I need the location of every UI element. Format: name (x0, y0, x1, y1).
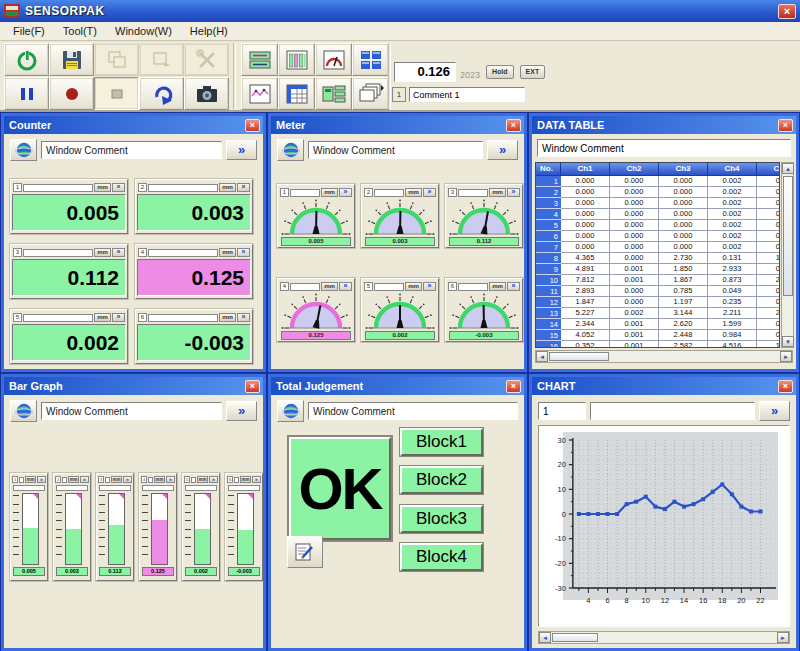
channel-comment-field[interactable] (56, 485, 88, 491)
edit-judgement-button[interactable] (287, 536, 323, 568)
cell-expand-button[interactable]: » (507, 282, 520, 291)
channel-select-field[interactable] (538, 402, 586, 420)
close-icon[interactable]: × (506, 380, 521, 393)
scroll-down-icon[interactable]: ▼ (782, 336, 794, 347)
cell-expand-button[interactable]: » (339, 188, 352, 197)
judgement-window-button[interactable] (315, 77, 352, 110)
scroll-thumb[interactable] (783, 176, 793, 296)
chart-comment-input[interactable] (590, 402, 755, 420)
channel-comment-field[interactable] (99, 485, 131, 491)
cell-expand-button[interactable]: » (237, 183, 250, 192)
cell-expand-button[interactable]: » (423, 282, 436, 291)
cell-expand-button[interactable]: » (252, 476, 261, 483)
scroll-up-icon[interactable]: ▲ (782, 163, 794, 174)
window-comment-input[interactable] (308, 141, 483, 159)
channel-comment-field[interactable] (185, 485, 217, 491)
data-table-window-button[interactable] (278, 77, 315, 110)
channel-comment-field[interactable] (228, 485, 260, 491)
channel-comment-field[interactable] (458, 189, 488, 197)
close-icon[interactable]: × (778, 119, 793, 132)
expand-button[interactable]: » (759, 401, 790, 421)
table-row[interactable]: 8 4.3650.0002.7300.1311.0 (536, 253, 779, 264)
scroll-right-icon[interactable]: ► (777, 632, 789, 643)
meter-window-button[interactable] (315, 43, 352, 76)
record-button[interactable] (49, 77, 94, 110)
table-row[interactable]: 2 0.0000.0000.0000.0020.0 (536, 187, 779, 198)
cell-expand-button[interactable]: » (237, 313, 250, 322)
table-row[interactable]: 4 0.0000.0000.0000.0020.0 (536, 209, 779, 220)
meter-window-titlebar[interactable]: Meter × (271, 116, 524, 134)
cell-expand-button[interactable]: » (112, 248, 125, 257)
cell-expand-button[interactable]: » (423, 188, 436, 197)
table-row[interactable]: 16 0.3520.0012.5824.5161.0 (536, 341, 779, 348)
expand-button[interactable]: » (226, 401, 257, 421)
chart-horizontal-scrollbar[interactable]: ◄ ► (538, 631, 790, 644)
bar-graph-window-titlebar[interactable]: Bar Graph × (4, 377, 263, 395)
snapshot-button[interactable] (184, 77, 229, 110)
cell-expand-button[interactable]: » (112, 313, 125, 322)
cell-expand-button[interactable]: » (237, 248, 250, 257)
column-header[interactable]: Ch5 (757, 163, 780, 176)
channel-comment-field[interactable] (290, 189, 320, 197)
column-header[interactable]: Ch3 (659, 163, 708, 176)
table-row[interactable]: 5 0.0000.0000.0000.0020.0 (536, 220, 779, 231)
column-header[interactable]: Ch2 (610, 163, 659, 176)
power-button[interactable] (4, 43, 49, 76)
channel-comment-field[interactable] (148, 477, 153, 483)
column-header[interactable]: No. (536, 163, 561, 176)
channel-comment-field[interactable] (23, 184, 93, 192)
table-row[interactable]: 10 7.8120.0011.8670.8732.4 (536, 275, 779, 286)
channel-comment-field[interactable] (148, 184, 218, 192)
channel-comment-field[interactable] (23, 314, 93, 322)
channel-comment-field[interactable] (19, 477, 24, 483)
channel-comment-field[interactable] (62, 477, 67, 483)
column-header[interactable]: Ch4 (708, 163, 757, 176)
chart-window-titlebar[interactable]: CHART × (532, 377, 796, 395)
globe-button[interactable] (277, 139, 304, 161)
counter-window-titlebar[interactable]: Counter × (4, 116, 263, 134)
expand-button[interactable]: » (226, 140, 257, 160)
channel-comment-field[interactable] (105, 477, 110, 483)
ext-button[interactable]: EXT (520, 65, 546, 79)
channel-comment-field[interactable] (234, 477, 239, 483)
channel-comment-field[interactable] (142, 485, 174, 491)
table-row[interactable]: 9 4.8910.0011.8502.9330.8 (536, 264, 779, 275)
redo-button[interactable] (139, 77, 184, 110)
bar-graph-window-button[interactable] (278, 43, 315, 76)
window-comment-input[interactable] (41, 141, 222, 159)
save-button[interactable] (49, 43, 94, 76)
expand-button[interactable]: » (487, 140, 518, 160)
channel-comment-field[interactable] (23, 249, 93, 257)
pause-button[interactable] (4, 77, 49, 110)
table-row[interactable]: 13 5.2270.0023.1442.2112.0 (536, 308, 779, 319)
data-table-window-titlebar[interactable]: DATA TABLE × (532, 116, 796, 134)
globe-button[interactable] (10, 400, 37, 422)
scroll-left-icon[interactable]: ◄ (539, 632, 551, 643)
scroll-thumb[interactable] (552, 633, 598, 642)
table-row[interactable]: 14 2.3440.0012.6201.5990.0 (536, 319, 779, 330)
table-row[interactable]: 11 2.8930.0000.7850.0490.0 (536, 286, 779, 297)
close-icon[interactable]: × (506, 119, 521, 132)
channel-comment-field[interactable] (13, 485, 45, 491)
menu-help[interactable]: Help(H) (181, 23, 237, 39)
menu-tool[interactable]: Tool(T) (54, 23, 106, 39)
menu-file[interactable]: File(F) (4, 23, 54, 39)
scroll-thumb[interactable] (549, 352, 609, 361)
tile-windows-button[interactable] (352, 43, 389, 76)
window-comment-input[interactable] (537, 139, 791, 157)
vertical-scrollbar[interactable]: ▲ ▼ (781, 162, 794, 348)
close-icon[interactable]: × (778, 380, 793, 393)
counter-window-button[interactable] (241, 43, 278, 76)
stop-button[interactable] (94, 77, 139, 110)
close-icon[interactable]: × (245, 119, 260, 132)
comment-index[interactable]: 1 (392, 87, 406, 102)
table-row[interactable]: 6 0.0000.0000.0000.0020.0 (536, 231, 779, 242)
cascade-windows-button[interactable] (352, 77, 389, 110)
close-icon[interactable]: × (245, 380, 260, 393)
comment-input[interactable] (409, 87, 525, 102)
cell-expand-button[interactable]: » (507, 188, 520, 197)
total-judgement-window-titlebar[interactable]: Total Judgement × (271, 377, 524, 395)
scroll-right-icon[interactable]: ► (780, 351, 792, 362)
cell-expand-button[interactable]: » (339, 282, 352, 291)
globe-button[interactable] (277, 400, 304, 422)
